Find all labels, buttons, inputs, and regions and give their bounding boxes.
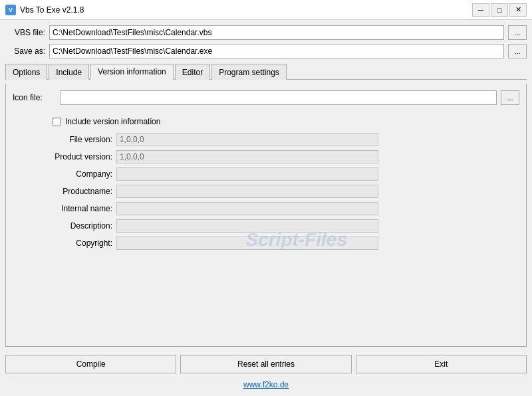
internal-name-row: Internal name: — [33, 202, 378, 215]
productname-input[interactable] — [116, 185, 378, 198]
description-row: Description: — [33, 219, 378, 233]
vbs-file-label: VBS file: — [5, 28, 45, 37]
save-as-browse-button[interactable]: ... — [508, 44, 527, 58]
include-version-label: Include version information — [65, 117, 160, 126]
save-as-row: Save as: ... — [5, 44, 527, 58]
bottom-buttons: Compile Reset all entries Exit — [5, 351, 527, 375]
compile-button[interactable]: Compile — [5, 355, 176, 373]
internal-name-label: Internal name: — [33, 204, 112, 213]
copyright-input[interactable] — [116, 237, 378, 250]
productname-row: Productname: — [33, 185, 378, 198]
include-version-checkbox[interactable] — [53, 118, 61, 126]
icon-file-browse-button[interactable]: ... — [501, 90, 519, 105]
title-bar: V Vbs To Exe v2.1.8 ─ □ ✕ — [0, 0, 532, 20]
tab-options[interactable]: Options — [5, 64, 47, 80]
company-row: Company: — [33, 167, 378, 181]
icon-file-row: Icon file: ... — [13, 90, 519, 105]
reset-button[interactable]: Reset all entries — [180, 355, 351, 373]
description-label: Description: — [33, 221, 112, 231]
company-label: Company: — [33, 169, 112, 179]
product-version-input[interactable] — [116, 150, 378, 163]
vbs-file-input[interactable] — [49, 25, 504, 40]
company-input[interactable] — [116, 167, 378, 181]
app-icon: V — [5, 5, 16, 15]
footer-link[interactable]: www.f2ko.de — [243, 380, 289, 389]
vbs-file-browse-button[interactable]: ... — [508, 25, 527, 40]
copyright-row: Copyright: — [33, 237, 378, 250]
product-version-label: Product version: — [33, 152, 112, 161]
tab-version-information[interactable]: Version information — [90, 64, 174, 80]
productname-label: Productname: — [33, 187, 112, 196]
tab-panel-version-information: Icon file: ... Include version informati… — [5, 84, 527, 347]
close-button[interactable]: ✕ — [509, 3, 527, 17]
title-bar-left: V Vbs To Exe v2.1.8 — [5, 5, 84, 15]
main-window: VBS file: ... Save as: ... Options Inclu… — [0, 20, 532, 396]
save-as-input[interactable] — [49, 44, 504, 58]
tab-include[interactable]: Include — [49, 64, 89, 80]
vbs-file-row: VBS file: ... — [5, 25, 527, 40]
tab-bar: Options Include Version information Edit… — [5, 64, 527, 80]
exit-button[interactable]: Exit — [356, 355, 527, 373]
tab-program-settings[interactable]: Program settings — [211, 64, 287, 80]
include-version-row: Include version information — [53, 117, 160, 126]
file-version-input[interactable] — [116, 133, 378, 146]
icon-file-input[interactable] — [60, 90, 497, 105]
internal-name-input[interactable] — [116, 202, 378, 215]
app-title: Vbs To Exe v2.1.8 — [20, 5, 84, 15]
description-input[interactable] — [116, 219, 378, 233]
window-controls: ─ □ ✕ — [472, 3, 527, 17]
file-version-row: File version: — [33, 133, 378, 146]
minimize-button[interactable]: ─ — [472, 3, 489, 17]
product-version-row: Product version: — [33, 150, 378, 163]
file-version-label: File version: — [33, 135, 112, 144]
copyright-label: Copyright: — [33, 239, 112, 248]
icon-file-label: Icon file: — [13, 93, 56, 102]
footer: www.f2ko.de — [5, 379, 527, 391]
version-content-area: Include version information File version… — [13, 110, 519, 340]
maximize-button[interactable]: □ — [491, 3, 508, 17]
tab-editor[interactable]: Editor — [175, 64, 210, 80]
version-form-fields: File version: Product version: Company: … — [33, 133, 378, 250]
save-as-label: Save as: — [5, 47, 45, 56]
